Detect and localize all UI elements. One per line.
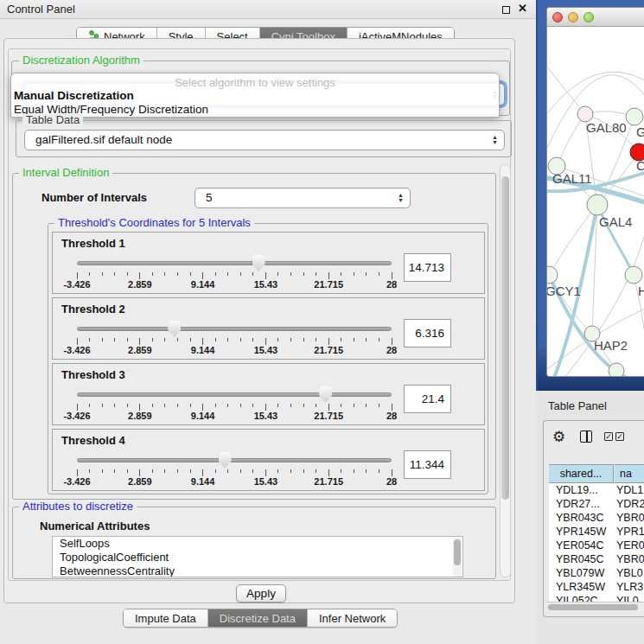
- network-node-gcy1[interactable]: [547, 266, 558, 284]
- scale-label: -3.426: [63, 345, 90, 355]
- table-data-select-value: galFiltered.sif default node: [35, 133, 172, 146]
- slider-track[interactable]: [77, 392, 392, 397]
- tab-impute-data[interactable]: Impute Data: [124, 609, 208, 627]
- scale-label: 21.715: [314, 411, 343, 421]
- table-hscrollbar-thumb[interactable]: [548, 604, 638, 610]
- list-item[interactable]: TopologicalCoefficient: [53, 551, 462, 564]
- float-window-icon[interactable]: [502, 6, 510, 14]
- table-cell[interactable]: YDR2: [616, 497, 644, 511]
- network-edge[interactable]: [547, 67, 585, 114]
- close-traffic-light[interactable]: [552, 12, 563, 22]
- minimize-traffic-light[interactable]: [568, 12, 578, 22]
- list-item[interactable]: SelfLoops: [53, 537, 462, 551]
- table-cell[interactable]: YBR0: [616, 552, 644, 566]
- checkbox-icon[interactable]: ✓: [604, 432, 613, 441]
- table-cell[interactable]: YBR0: [616, 511, 644, 525]
- network-node-ha[interactable]: [625, 266, 642, 284]
- slider-thumb[interactable]: [252, 255, 265, 271]
- tick-mark: [102, 469, 103, 473]
- list-scrollbar[interactable]: [453, 538, 462, 577]
- slider-track[interactable]: [77, 458, 392, 462]
- tick-mark: [114, 272, 115, 276]
- table-cell[interactable]: YBL0: [616, 566, 643, 580]
- slider-thumb[interactable]: [219, 452, 232, 469]
- table-cell[interactable]: YDR27...: [556, 497, 600, 511]
- algorithm-option-manual[interactable]: Manual Discretization: [14, 89, 134, 102]
- checkbox-icon[interactable]: ✓: [615, 432, 624, 441]
- num-intervals-select[interactable]: 5 ▲▼: [194, 188, 411, 208]
- slider-track[interactable]: [77, 327, 392, 331]
- network-node-ga[interactable]: [626, 108, 643, 125]
- table-cell[interactable]: YIL052C: [556, 594, 598, 602]
- tick-mark: [379, 338, 379, 341]
- table-hscrollbar[interactable]: [546, 602, 644, 611]
- close-icon[interactable]: ✕: [518, 2, 527, 15]
- network-node[interactable]: [609, 363, 624, 377]
- numerical-attributes-list[interactable]: SelfLoopsTopologicalCoefficientBetweenne…: [52, 536, 463, 577]
- threshold-value-field[interactable]: 6.316: [404, 319, 451, 348]
- tick-mark: [77, 404, 78, 411]
- slider-thumb[interactable]: [168, 321, 181, 337]
- threshold-value-field[interactable]: 11.344: [404, 450, 451, 479]
- scale-label: 15.43: [254, 411, 278, 421]
- table-cell[interactable]: YDL19...: [556, 483, 598, 497]
- table-cell[interactable]: YDL1: [616, 483, 643, 497]
- scale-label: 2.859: [128, 476, 152, 487]
- tab-label: Discretize Data: [220, 612, 296, 625]
- tab-infer-network[interactable]: Infer Network: [308, 609, 397, 627]
- tick-mark: [164, 469, 165, 473]
- table-cell[interactable]: YER054C: [556, 539, 604, 552]
- tick-mark: [240, 338, 241, 341]
- table-panel: ⚙ ✓ ✓ shared...naYDL19...YDL1YDR27...YDR…: [543, 420, 644, 617]
- control-panel-titlebar: [0, 0, 536, 19]
- tick-mark: [379, 272, 379, 276]
- network-node-gal4[interactable]: [587, 194, 608, 215]
- network-window-titlebar[interactable]: [547, 8, 644, 27]
- table-cell[interactable]: YBR043C: [556, 511, 604, 525]
- tick-mark: [114, 338, 115, 341]
- zoom-traffic-light[interactable]: [583, 12, 594, 22]
- tick-mark: [341, 338, 341, 341]
- table-data-select[interactable]: galFiltered.sif default node ▲▼: [24, 130, 505, 150]
- table-cell[interactable]: YER0: [616, 539, 644, 552]
- stepper-icon: ▲▼: [492, 135, 498, 145]
- split-columns-icon[interactable]: [580, 430, 592, 443]
- numerical-attributes-label: Numerical Attributes: [40, 520, 150, 532]
- table-cell[interactable]: YIL0: [616, 594, 639, 602]
- slider-track[interactable]: [77, 261, 392, 265]
- table-cell[interactable]: YBR045C: [556, 552, 604, 566]
- tick-mark: [152, 338, 153, 341]
- column-header-na[interactable]: na: [615, 464, 644, 483]
- list-item[interactable]: BetweennessCentrality: [53, 564, 462, 577]
- tick-mark: [215, 469, 216, 473]
- tick-mark: [265, 272, 266, 279]
- network-canvas[interactable]: GAL80GACGAL11GAL4GCY1HAHAP2: [547, 27, 644, 377]
- tick-mark: [177, 404, 178, 407]
- table-cell[interactable]: YBL079W: [556, 566, 604, 580]
- tick-mark: [227, 404, 228, 407]
- tick-mark: [139, 338, 140, 345]
- tick-mark: [190, 404, 191, 407]
- tick-mark: [328, 272, 329, 279]
- gear-icon[interactable]: ⚙: [552, 430, 565, 444]
- tick-mark: [252, 404, 253, 407]
- apply-button[interactable]: Apply: [236, 584, 286, 603]
- tick-mark: [202, 404, 203, 411]
- table-cell[interactable]: YLR345W: [556, 580, 605, 594]
- slider-thumb[interactable]: [319, 386, 332, 403]
- network-edge[interactable]: [547, 72, 644, 113]
- main-scrollbar-thumb[interactable]: [501, 176, 509, 500]
- tick-mark: [252, 272, 253, 276]
- column-header-shared[interactable]: shared...: [549, 464, 614, 483]
- main-scrollbar[interactable]: [500, 164, 511, 577]
- threshold-value-field[interactable]: 14.713: [404, 253, 451, 282]
- tab-discretize-data[interactable]: Discretize Data: [208, 609, 308, 627]
- table-cell[interactable]: YPR145W: [556, 525, 606, 539]
- table-cell[interactable]: YPR1: [616, 525, 644, 539]
- algorithm-placeholder-option[interactable]: Select algorithm to view settings: [11, 76, 499, 89]
- scale-label: 9.144: [191, 345, 215, 355]
- table-cell[interactable]: YLR3: [616, 580, 643, 594]
- tick-mark: [240, 469, 241, 473]
- list-scrollbar-thumb[interactable]: [454, 539, 461, 565]
- threshold-value-field[interactable]: 21.4: [404, 385, 451, 413]
